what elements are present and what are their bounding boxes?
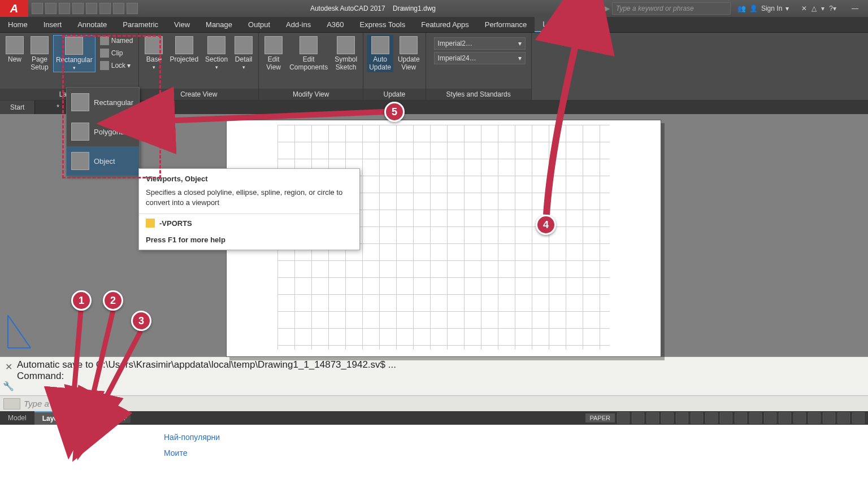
panel-modify-view: Edit ViewEdit ComponentsSymbol SketchMod… [259, 33, 363, 100]
ribbon-button-update-view[interactable]: Update View [396, 35, 422, 72]
ribbon-small-lock-▾[interactable]: Lock ▾ [98, 60, 136, 71]
ribbon-button-auto-update[interactable]: Auto Update [367, 35, 393, 72]
annotation-badge-4: 4 [536, 215, 556, 235]
style-combo[interactable]: Imperial2…▾ [434, 37, 526, 50]
ribbon-button-symbol-sketch[interactable]: Symbol Sketch [332, 35, 359, 72]
ribbon-small-named[interactable]: Named [98, 35, 136, 46]
isolate-icon[interactable] [808, 412, 821, 424]
ucs-icon [5, 312, 33, 351]
viewport-option-object[interactable]: Object [67, 146, 139, 176]
ribbon-icon [145, 36, 163, 54]
signin-button[interactable]: 👥 👤 Sign In ▾ [731, 5, 796, 12]
link-mine[interactable]: Моите [164, 445, 868, 461]
qat-plot-icon[interactable] [86, 3, 97, 14]
chevron-down-icon: ▾ [785, 5, 789, 12]
selection-icon[interactable] [749, 412, 762, 424]
command-icon [146, 219, 155, 228]
lineweight-icon[interactable] [720, 412, 732, 424]
help-icon[interactable]: ?▾ [829, 5, 836, 12]
style-combo[interactable]: Imperial24…▾ [434, 52, 526, 64]
start-tab[interactable]: Start [0, 101, 35, 114]
ribbon-tab-view[interactable]: View [166, 17, 198, 32]
qat-saveas-icon[interactable] [72, 3, 84, 14]
ribbon-button-projected[interactable]: Projected [167, 35, 201, 64]
ribbon-tab-express-tools[interactable]: Express Tools [352, 17, 414, 32]
ribbon-tab-insert[interactable]: Insert [36, 17, 70, 32]
ribbon-icon [371, 36, 389, 54]
exchange-icon[interactable]: ✕ [801, 5, 807, 12]
viewport-option-polygonal[interactable]: Polygonal [67, 117, 139, 146]
osnap-toggle-icon[interactable] [676, 412, 688, 424]
cloud-icon[interactable]: △ [811, 5, 817, 12]
ribbon-tabs: HomeInsertAnnotateParametricViewManageOu… [0, 17, 868, 33]
lock-ui-icon[interactable] [793, 412, 806, 424]
ribbon-icon [264, 36, 283, 54]
ribbon-button-edit-components[interactable]: Edit Components [287, 35, 330, 72]
tooltip-title: Viewports, Object [139, 169, 359, 185]
ribbon-tab-parametric[interactable]: Parametric [115, 17, 166, 32]
ribbon-button-page-setup[interactable]: Page Setup [28, 35, 51, 72]
ribbon-tab-home[interactable]: Home [0, 17, 36, 32]
small-icon [100, 49, 109, 58]
qat-redo-icon[interactable] [113, 3, 124, 14]
ribbon-button-new[interactable]: New [3, 35, 26, 64]
ribbon-small-clip[interactable]: Clip [98, 47, 136, 59]
tooltip-box: Viewports, Object Specifies a closed pol… [138, 168, 360, 250]
qat-new-icon[interactable] [32, 3, 43, 14]
add-layout-tab[interactable]: + [118, 413, 131, 423]
bottom-bar: ModelLayout1Layout2 + PAPER [0, 411, 868, 425]
annotation-badge-5: 5 [384, 102, 405, 122]
ribbon-icon [31, 36, 49, 54]
ribbon-tab-performance[interactable]: Performance [477, 17, 535, 32]
anno-toggle-icon[interactable] [705, 412, 718, 424]
ribbon-tab-featured-apps[interactable]: Featured Apps [413, 17, 477, 32]
ribbon-button-detail[interactable]: Detail▾ [232, 35, 255, 71]
layout-tab-layout1[interactable]: Layout1 [34, 411, 76, 425]
ribbon-tab-annotate[interactable]: Annotate [70, 17, 115, 32]
customize-icon[interactable] [852, 412, 865, 424]
ribbon-tab-add-ins[interactable]: Add-ins [278, 17, 319, 32]
qat-more-icon[interactable] [127, 3, 138, 14]
app-logo[interactable]: A [0, 0, 28, 17]
polar-toggle-icon[interactable] [661, 412, 674, 424]
chevron-down-icon[interactable]: ▾ [821, 5, 824, 12]
paper-model-toggle[interactable]: PAPER [585, 413, 615, 422]
quickprops-icon[interactable] [779, 412, 791, 424]
ribbon-button-edit-view[interactable]: Edit View [262, 35, 285, 72]
search-input[interactable]: Type a keyword or phrase [612, 2, 731, 15]
link-popular[interactable]: Най-популярни [164, 429, 868, 445]
transparency-icon[interactable] [735, 412, 747, 424]
ribbon-tab-manage[interactable]: Manage [198, 17, 240, 32]
qat-open-icon[interactable] [45, 3, 57, 14]
viewport-option-icon [71, 93, 89, 111]
layout-tab-layout2[interactable]: Layout2 [76, 411, 116, 425]
ribbon-tab-output[interactable]: Output [240, 17, 278, 32]
ortho-toggle-icon[interactable] [646, 412, 659, 424]
otrack-toggle-icon[interactable] [691, 412, 703, 424]
ribbon-tab-a360[interactable]: A360 [319, 17, 351, 32]
qat-save-icon[interactable] [59, 3, 70, 14]
ribbon-tab-layout[interactable]: Layout [535, 17, 572, 32]
wrench-icon[interactable]: 🔧 [3, 381, 14, 391]
command-input[interactable]: Type a command [24, 399, 89, 408]
annotation-badge-3: 3 [131, 311, 151, 331]
small-icon [100, 61, 109, 70]
ribbon-icon [235, 36, 253, 54]
panel-styles-and-standards: Imperial2…▾Imperial24…▾Styles and Standa… [426, 33, 532, 100]
command-prompt-icon[interactable] [3, 398, 20, 409]
ribbon-button-base[interactable]: Base▾ [142, 35, 165, 71]
ribbon-button-rectangular[interactable]: Rectangular▾ [53, 35, 96, 72]
minimize-button[interactable]: — [842, 0, 868, 17]
ribbon-button-section[interactable]: Section▾ [203, 35, 230, 71]
qat-undo-icon[interactable] [99, 3, 111, 14]
panel-update: Auto UpdateUpdate ViewUpdate [363, 33, 426, 100]
hardware-icon[interactable] [823, 412, 835, 424]
viewport-option-rectangular[interactable]: Rectangular [67, 88, 139, 117]
close-cmd-icon[interactable]: ✕ [5, 361, 12, 372]
title-text: Autodesk AutoCAD 2017 Drawing1.dwg [141, 5, 605, 12]
snap-toggle-icon[interactable] [632, 412, 644, 424]
units-icon[interactable] [764, 412, 776, 424]
grid-toggle-icon[interactable] [617, 412, 630, 424]
clean-screen-icon[interactable] [837, 412, 850, 424]
layout-tab-model[interactable]: Model [0, 411, 34, 425]
